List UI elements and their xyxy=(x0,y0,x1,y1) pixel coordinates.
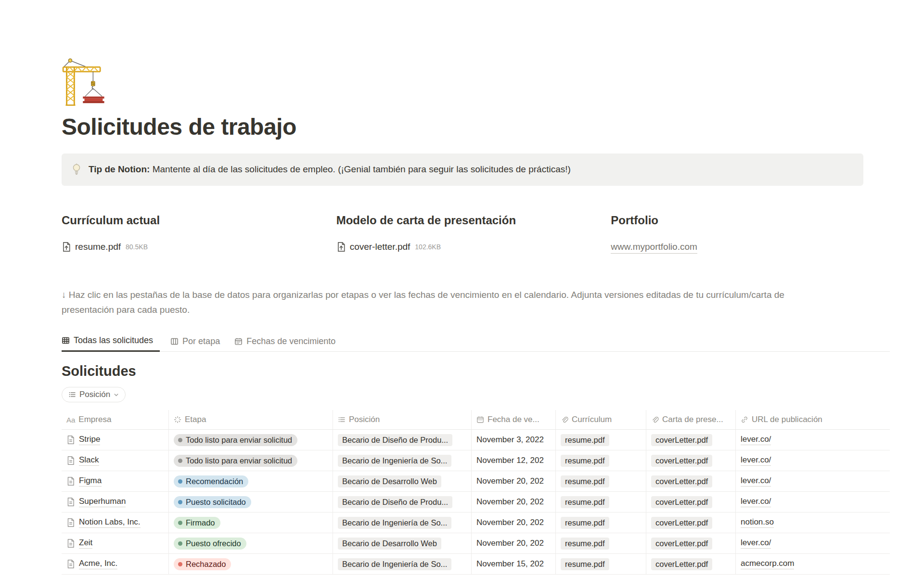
building-crane-icon[interactable] xyxy=(62,57,117,107)
status-icon xyxy=(174,416,181,423)
view-tabs: Todas las solicitudes Por etapa Fechas d… xyxy=(62,332,890,352)
posting-url-link[interactable]: lever.co/ xyxy=(741,455,771,466)
position-filter-button[interactable]: Posición xyxy=(62,387,126,402)
resume-file-chip[interactable]: resume.pdf xyxy=(561,434,609,446)
page-icon xyxy=(66,539,75,548)
posting-url-link[interactable]: lever.co/ xyxy=(741,538,771,549)
company-link[interactable]: Stripe xyxy=(79,435,100,445)
company-link[interactable]: Figma xyxy=(79,476,102,487)
cover-file-chip[interactable]: coverLetter.pdf xyxy=(651,517,712,529)
position-tag[interactable]: Becario de Ingeniería de So... xyxy=(338,517,451,529)
stage-label: Todo listo para enviar solicitud xyxy=(186,456,292,465)
position-tag[interactable]: Becario de Desarrollo Web xyxy=(338,475,441,487)
page-icon xyxy=(66,456,75,465)
stage-label: Firmado xyxy=(186,518,215,527)
stage-badge[interactable]: Rechazado xyxy=(174,558,231,570)
table-row[interactable]: Slack Todo listo para enviar solicitud B… xyxy=(62,450,890,471)
text-icon: Aa xyxy=(66,416,75,424)
column-label: Currículum xyxy=(572,415,612,424)
resume-section: Currículum actual resume.pdf 80.5KB xyxy=(62,214,314,254)
cover-file-chip[interactable]: coverLetter.pdf xyxy=(651,496,712,508)
stage-badge[interactable]: Recomendación xyxy=(174,475,248,487)
due-date[interactable]: November 20, 202 xyxy=(472,513,556,533)
cover-file-chip[interactable]: coverLetter.pdf xyxy=(651,475,712,487)
position-tag[interactable]: Becario de Ingeniería de So... xyxy=(338,455,451,467)
posting-url-link[interactable]: lever.co/ xyxy=(741,497,771,507)
portfolio-link[interactable]: www.myportfolio.com xyxy=(611,242,697,254)
instructions-text: ↓ Haz clic en las pestañas de la base de… xyxy=(62,287,812,318)
callout-bold: Tip de Notion: xyxy=(89,164,150,174)
resume-file-row[interactable]: resume.pdf 80.5KB xyxy=(62,242,314,252)
link-icon xyxy=(741,416,748,423)
tab-por-etapa[interactable]: Por etapa xyxy=(170,333,224,351)
stage-badge[interactable]: Puesto solicitado xyxy=(174,496,251,508)
resume-file-chip[interactable]: resume.pdf xyxy=(561,538,609,550)
posting-url-link[interactable]: lever.co/ xyxy=(741,476,771,487)
company-link[interactable]: Notion Labs, Inc. xyxy=(79,517,141,528)
due-date[interactable]: November 20, 202 xyxy=(472,492,556,512)
cover-file-chip[interactable]: coverLetter.pdf xyxy=(651,538,712,550)
column-header-etapa[interactable]: Etapa xyxy=(169,410,333,429)
due-date[interactable]: November 3, 2022 xyxy=(472,430,556,450)
posting-url-link[interactable]: acmecorp.com xyxy=(741,559,794,569)
table-row[interactable]: Zeit Puesto ofrecido Becario de Desarrol… xyxy=(62,533,890,554)
resume-file-name[interactable]: resume.pdf xyxy=(75,242,121,252)
table-row[interactable]: Notion Labs, Inc. Firmado Becario de Ing… xyxy=(62,513,890,533)
company-link[interactable]: Zeit xyxy=(79,538,92,549)
position-tag[interactable]: Becario de Diseño de Produ... xyxy=(338,496,452,508)
select-icon xyxy=(338,416,346,423)
resume-file-chip[interactable]: resume.pdf xyxy=(561,558,609,570)
applications-table: Aa Empresa Etapa xyxy=(62,410,890,577)
column-header-url[interactable]: URL de publicación xyxy=(736,410,890,429)
table-row[interactable]: Acme, Inc. Rechazado Becario de Ingenier… xyxy=(62,554,890,575)
company-link[interactable]: Acme, Inc. xyxy=(79,559,117,569)
resume-file-size: 80.5KB xyxy=(126,243,148,251)
stage-badge[interactable]: Todo listo para enviar solicitud xyxy=(174,434,297,446)
cover-letter-file-name[interactable]: cover-letter.pdf xyxy=(350,242,411,252)
table-row[interactable]: Stripe Todo listo para enviar solicitud … xyxy=(62,430,890,450)
position-tag[interactable]: Becario de Ingeniería de So... xyxy=(338,558,451,570)
tab-fechas-de-vencimiento[interactable]: Fechas de vencimiento xyxy=(234,333,339,351)
table-row[interactable]: Figma Recomendación Becario de Desarroll… xyxy=(62,471,890,492)
cover-file-chip[interactable]: coverLetter.pdf xyxy=(651,455,712,467)
paperclip-icon xyxy=(561,416,568,423)
cover-file-chip[interactable]: coverLetter.pdf xyxy=(651,434,712,446)
status-dot xyxy=(178,438,182,442)
page-icon xyxy=(66,435,75,445)
status-dot xyxy=(178,541,182,546)
posting-url-link[interactable]: lever.co/ xyxy=(741,435,771,445)
resume-section-title: Currículum actual xyxy=(62,214,314,227)
resume-file-chip[interactable]: resume.pdf xyxy=(561,496,609,508)
stage-label: Puesto ofrecido xyxy=(186,539,241,548)
resume-file-chip[interactable]: resume.pdf xyxy=(561,455,609,467)
database-title: Solicitudes xyxy=(62,363,890,379)
due-date[interactable]: November 20, 202 xyxy=(472,471,556,491)
column-header-fecha[interactable]: Fecha de ve... xyxy=(472,410,556,429)
resume-file-chip[interactable]: resume.pdf xyxy=(561,475,609,487)
column-header-curriculum[interactable]: Currículum xyxy=(556,410,646,429)
notion-tip-callout[interactable]: Tip de Notion: Mantente al día de las so… xyxy=(62,154,863,186)
due-date[interactable]: November 20, 202 xyxy=(472,533,556,553)
cover-letter-file-row[interactable]: cover-letter.pdf 102.6KB xyxy=(336,242,589,252)
due-date[interactable]: November 15, 202 xyxy=(472,554,556,574)
company-link[interactable]: Slack xyxy=(79,455,99,466)
stage-badge[interactable]: Puesto ofrecido xyxy=(174,538,246,550)
position-tag[interactable]: Becario de Desarrollo Web xyxy=(338,538,441,550)
column-header-empresa[interactable]: Aa Empresa xyxy=(62,410,169,429)
stage-badge[interactable]: Todo listo para enviar solicitud xyxy=(174,455,297,467)
tab-todas-las-solicitudes[interactable]: Todas las solicitudes xyxy=(62,332,160,352)
status-dot xyxy=(178,459,182,463)
count-row[interactable]: COUNT 7 xyxy=(62,575,169,577)
resume-file-chip[interactable]: resume.pdf xyxy=(561,517,609,529)
posting-url-link[interactable]: notion.so xyxy=(741,517,774,528)
company-link[interactable]: Superhuman xyxy=(79,497,126,507)
position-tag[interactable]: Becario de Diseño de Produ... xyxy=(338,434,452,446)
cover-file-chip[interactable]: coverLetter.pdf xyxy=(651,558,712,570)
column-header-posicion[interactable]: Posición xyxy=(333,410,472,429)
filter-label: Posición xyxy=(79,390,110,399)
stage-badge[interactable]: Firmado xyxy=(174,517,220,529)
table-row[interactable]: Superhuman Puesto solicitado Becario de … xyxy=(62,492,890,513)
due-date[interactable]: November 12, 202 xyxy=(472,450,556,471)
column-header-carta[interactable]: Carta de prese... xyxy=(646,410,736,429)
stage-label: Rechazado xyxy=(186,560,226,569)
